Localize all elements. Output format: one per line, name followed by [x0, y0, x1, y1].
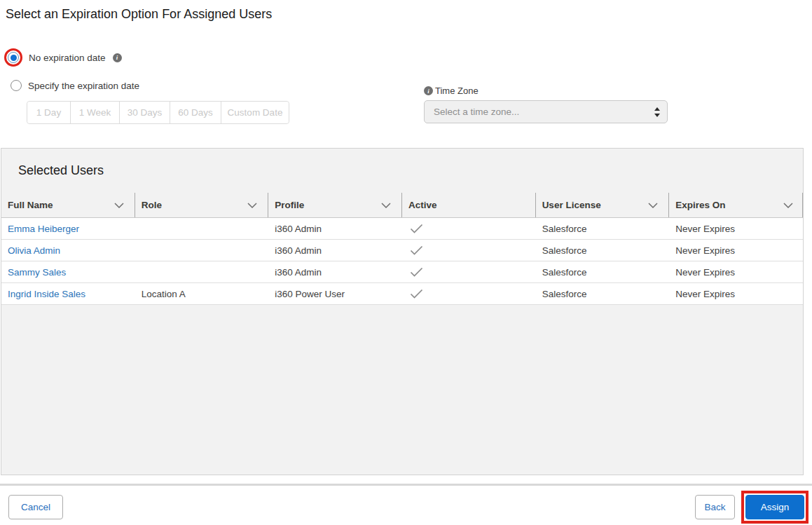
cell-profile: i360 Admin	[268, 245, 402, 256]
column-label: Role	[142, 200, 162, 210]
cell-expires-on: Never Expires	[669, 267, 803, 278]
check-icon	[410, 224, 423, 233]
page-title: Select an Expiration Option For Assigned…	[6, 7, 272, 22]
chevron-down-icon[interactable]	[783, 203, 793, 208]
cell-active	[402, 221, 536, 236]
time-zone-block: i Time Zone Select a time zone...	[424, 86, 668, 123]
duration-button-30-days[interactable]: 30 Days	[119, 102, 170, 123]
user-link[interactable]: Sammy Sales	[8, 267, 66, 278]
info-icon[interactable]: i	[424, 86, 433, 95]
column-header-full-name[interactable]: Full Name	[1, 193, 135, 217]
column-label: Full Name	[8, 200, 53, 210]
time-zone-select[interactable]: Select a time zone...	[424, 100, 668, 123]
duration-button-custom-date[interactable]: Custom Date	[221, 102, 289, 123]
cell-full-name: Ingrid Inside Sales	[1, 289, 135, 299]
annotation-circle	[4, 48, 22, 67]
specify-expiration-radio[interactable]	[11, 80, 22, 91]
cell-full-name: Emma Heiberger	[1, 224, 135, 234]
cell-full-name: Olivia Admin	[1, 245, 135, 256]
duration-button-1-week[interactable]: 1 Week	[70, 102, 119, 123]
cell-full-name: Sammy Sales	[1, 267, 135, 278]
column-label: User License	[542, 200, 601, 210]
check-icon	[410, 289, 423, 299]
footer: Cancel Back Assign	[0, 486, 812, 525]
cell-expires-on: Never Expires	[669, 224, 803, 234]
user-link[interactable]: Ingrid Inside Sales	[8, 289, 85, 299]
cell-active	[402, 287, 536, 301]
user-link[interactable]: Emma Heiberger	[8, 224, 79, 234]
column-header-user-license[interactable]: User License	[536, 193, 670, 217]
table-row: Ingrid Inside SalesLocation Ai360 Power …	[1, 283, 803, 305]
time-zone-label: Time Zone	[435, 86, 479, 96]
column-header-role[interactable]: Role	[135, 193, 269, 217]
check-icon	[410, 267, 423, 277]
cancel-button[interactable]: Cancel	[8, 495, 63, 519]
column-label: Expires On	[675, 200, 725, 210]
cell-active	[402, 243, 536, 257]
no-expiration-option: No expiration date i	[4, 48, 122, 67]
cell-user-license: Salesforce	[536, 245, 670, 256]
cell-profile: i360 Admin	[268, 267, 402, 278]
time-zone-placeholder: Select a time zone...	[434, 107, 519, 117]
cell-profile: i360 Power User	[268, 289, 402, 299]
table-header: Full NameRoleProfileActiveUser LicenseEx…	[1, 193, 803, 218]
selected-users-panel: Selected Users Full NameRoleProfileActiv…	[1, 148, 804, 475]
cell-active	[402, 265, 536, 279]
time-zone-label-row: i Time Zone	[424, 86, 668, 96]
chevron-down-icon[interactable]	[247, 203, 257, 208]
annotation-rectangle: Assign	[741, 491, 808, 524]
cell-expires-on: Never Expires	[669, 289, 803, 299]
column-header-active[interactable]: Active	[402, 193, 536, 217]
column-label: Active	[408, 200, 437, 210]
no-expiration-radio[interactable]	[8, 52, 19, 63]
column-label: Profile	[275, 200, 304, 210]
spinner-icon[interactable]	[654, 107, 660, 117]
duration-button-60-days[interactable]: 60 Days	[170, 102, 221, 123]
no-expiration-label: No expiration date	[29, 53, 106, 63]
table-row: Sammy Salesi360 AdminSalesforceNever Exp…	[1, 261, 803, 283]
chevron-down-icon[interactable]	[648, 203, 658, 208]
column-header-expires-on[interactable]: Expires On	[669, 193, 803, 217]
panel-title: Selected Users	[18, 163, 104, 178]
table-row: Olivia Admini360 AdminSalesforceNever Ex…	[1, 240, 803, 261]
info-icon[interactable]: i	[113, 53, 122, 62]
cell-profile: i360 Admin	[268, 224, 402, 234]
cell-role: Location A	[135, 289, 269, 299]
user-link[interactable]: Olivia Admin	[8, 245, 60, 256]
cell-expires-on: Never Expires	[669, 245, 803, 256]
cell-user-license: Salesforce	[536, 289, 670, 299]
chevron-down-icon[interactable]	[114, 203, 124, 208]
table-body: Emma Heibergeri360 AdminSalesforceNever …	[1, 218, 803, 305]
check-icon	[410, 245, 423, 255]
specify-expiration-label: Specify the expiration date	[28, 81, 139, 91]
cell-user-license: Salesforce	[536, 267, 670, 278]
chevron-down-icon[interactable]	[381, 203, 391, 208]
cell-user-license: Salesforce	[536, 224, 670, 234]
assign-button[interactable]: Assign	[745, 495, 804, 519]
table-row: Emma Heibergeri360 AdminSalesforceNever …	[1, 218, 803, 240]
column-header-profile[interactable]: Profile	[268, 193, 402, 217]
specify-expiration-option: Specify the expiration date	[11, 80, 139, 91]
duration-button-1-day[interactable]: 1 Day	[27, 102, 70, 123]
duration-button-group: 1 Day1 Week30 Days60 DaysCustom Date	[27, 101, 289, 124]
back-button[interactable]: Back	[695, 495, 735, 519]
